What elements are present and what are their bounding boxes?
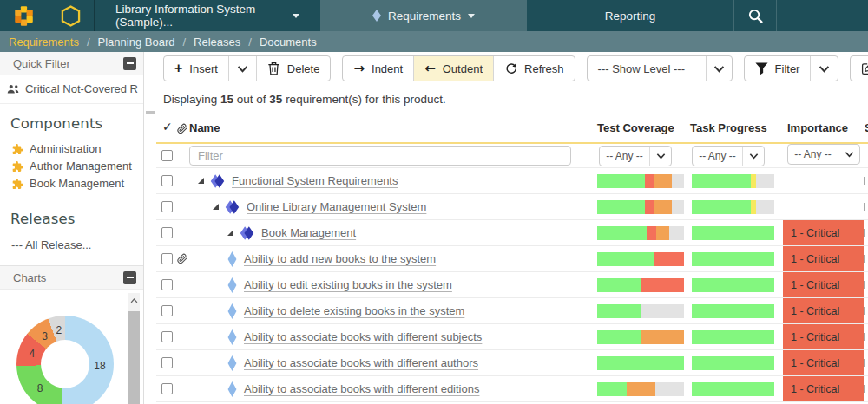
row-checkbox[interactable] xyxy=(161,357,173,368)
name-filter-input[interactable] xyxy=(189,146,571,166)
importance-badge: 1 - Critical xyxy=(783,272,864,297)
bar-segment-gray xyxy=(672,174,684,188)
test-coverage-bar xyxy=(597,304,684,318)
paperclip-icon xyxy=(177,123,187,134)
scroll-up-arrow-icon[interactable] xyxy=(128,293,140,308)
task-progress-filter-select[interactable]: -- Any -- xyxy=(692,146,765,166)
importance-filter-select[interactable]: -- Any -- xyxy=(787,144,860,165)
app-logo[interactable] xyxy=(0,0,48,31)
caret-down-icon xyxy=(293,14,299,18)
component-item[interactable]: Book Management xyxy=(10,174,133,192)
paperclip-icon xyxy=(177,253,187,264)
column-header-task-progress[interactable]: Task Progress xyxy=(690,121,767,134)
indent-label: Indent xyxy=(372,62,403,75)
breadcrumb-planning-board[interactable]: Planning Board xyxy=(98,36,175,49)
quick-filter-item[interactable]: Critical Not-Covered R xyxy=(0,75,143,104)
attachment-column-icon xyxy=(177,123,187,137)
row-checkbox[interactable] xyxy=(161,227,173,238)
expand-collapse-triangle[interactable] xyxy=(198,178,204,184)
column-header-name[interactable]: Name xyxy=(189,121,220,134)
edit-group: Edit xyxy=(850,55,868,81)
chevron-down-icon xyxy=(819,65,830,73)
nav-tab-reporting[interactable]: Reporting xyxy=(527,0,733,31)
row-checkbox[interactable] xyxy=(161,383,173,394)
donut-slice-label: 18 xyxy=(94,360,105,372)
scrollbar-thumb[interactable] xyxy=(128,311,140,404)
delete-button[interactable]: Delete xyxy=(257,56,331,81)
nav-tab-requirements[interactable]: Requirements xyxy=(320,0,527,31)
row-checkbox[interactable] xyxy=(161,279,173,290)
bar-segment-green xyxy=(692,356,774,370)
row-checkbox[interactable] xyxy=(161,305,173,316)
donut-slice-label: 8 xyxy=(37,382,43,394)
breadcrumb-requirements[interactable]: Requirements xyxy=(9,36,79,49)
expand-collapse-triangle[interactable] xyxy=(227,230,233,236)
release-item-all[interactable]: --- All Release... xyxy=(10,235,133,251)
quick-filter-header: Quick Filter xyxy=(0,52,143,75)
requirement-link[interactable]: Ability to associate books with differen… xyxy=(244,356,478,369)
requirement-icon xyxy=(227,251,237,267)
column-header-importance[interactable]: Importance xyxy=(787,121,848,134)
requirement-link[interactable]: Book Management xyxy=(261,226,356,239)
charts-header: Charts xyxy=(0,266,143,290)
table-row: Functional System Requirements xyxy=(156,168,868,194)
collapse-panel-button[interactable] xyxy=(123,57,136,70)
test-coverage-bar xyxy=(597,330,684,344)
bar-segment-orange xyxy=(654,200,672,214)
breadcrumb-documents[interactable]: Documents xyxy=(260,36,317,49)
requirement-summary-icon xyxy=(225,200,240,214)
show-level-select[interactable]: --- Show Level --- xyxy=(587,55,733,81)
indent-button[interactable]: → Indent xyxy=(343,56,414,81)
filter-button[interactable]: Filter xyxy=(745,56,812,81)
requirement-diamond-icon xyxy=(227,251,237,267)
chevron-down-icon xyxy=(237,65,248,73)
requirement-link[interactable]: Functional System Requirements xyxy=(232,174,398,187)
task-progress-bar xyxy=(692,278,774,292)
breadcrumb-releases[interactable]: Releases xyxy=(194,36,240,49)
row-checkbox[interactable] xyxy=(161,175,173,186)
expand-collapse-triangle[interactable] xyxy=(213,204,219,210)
bar-segment-green xyxy=(692,174,751,188)
filter-dropdown-chevron[interactable] xyxy=(811,56,838,81)
requirement-link[interactable]: Ability to associate books with differen… xyxy=(244,330,482,343)
puzzle-piece-icon xyxy=(10,160,23,173)
row-checkbox[interactable] xyxy=(161,253,173,264)
refresh-button[interactable]: Refresh xyxy=(494,56,575,81)
outdent-button[interactable]: ← Outdent xyxy=(414,56,494,81)
bar-segment-green xyxy=(692,278,774,292)
insert-dropdown-chevron[interactable] xyxy=(229,56,257,81)
program-menu-button[interactable] xyxy=(48,0,95,31)
requirement-link[interactable]: Ability to edit existing books in the sy… xyxy=(244,278,452,291)
requirement-diamond-icon xyxy=(227,329,237,345)
collapse-panel-button[interactable] xyxy=(123,271,136,284)
requirement-link[interactable]: Ability to add new books to the system xyxy=(244,252,436,265)
row-checkbox[interactable] xyxy=(161,331,173,342)
component-item[interactable]: Author Management xyxy=(10,157,133,174)
requirements-donut-chart[interactable]: 188432 xyxy=(16,316,114,404)
product-selector[interactable]: Library Information System (Sample)... xyxy=(95,0,320,31)
component-item[interactable]: Administration xyxy=(10,140,133,157)
search-button[interactable] xyxy=(733,0,777,31)
test-coverage-filter-select[interactable]: -- Any -- xyxy=(599,146,672,166)
bar-segment-green xyxy=(597,330,641,344)
filter-row: -- Any -- -- Any -- -- Any -- xyxy=(156,144,868,168)
requirement-link[interactable]: Ability to delete existing books in the … xyxy=(244,304,464,317)
insert-button[interactable]: + Insert xyxy=(164,56,229,81)
clipped-next-column-content xyxy=(864,333,865,341)
component-label: Administration xyxy=(30,142,101,155)
requirement-link[interactable]: Ability to associate books with differen… xyxy=(244,382,479,395)
quick-filter-label: Critical Not-Covered R xyxy=(25,82,138,95)
sidebar-splitter-handle[interactable] xyxy=(146,111,155,114)
row-checkbox[interactable] xyxy=(161,201,173,212)
requirement-link[interactable]: Online Library Management System xyxy=(247,200,426,213)
arrow-right-icon: → xyxy=(353,62,365,75)
bar-segment-gray xyxy=(669,226,684,240)
quick-filter-title: Quick Filter xyxy=(13,57,70,70)
checkmark-icon[interactable]: ✓ xyxy=(162,120,173,134)
edit-button[interactable]: Edit xyxy=(851,56,868,81)
charts-scrollbar[interactable] xyxy=(128,293,140,404)
breadcrumb-separator: / xyxy=(182,36,186,49)
column-header-test-coverage[interactable]: Test Coverage xyxy=(597,121,674,134)
bar-segment-green xyxy=(597,356,684,370)
select-all-checkbox[interactable] xyxy=(161,150,173,161)
